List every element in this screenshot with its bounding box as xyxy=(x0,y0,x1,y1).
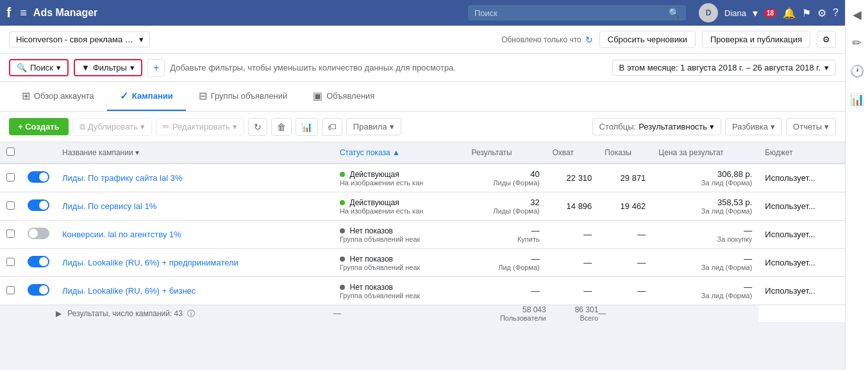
tab-ads[interactable]: ▣ Объявления xyxy=(300,82,387,111)
status-text: Действующая xyxy=(350,170,399,179)
menu-icon[interactable]: ≡ xyxy=(20,6,27,20)
campaign-name[interactable]: Лиды. По трафику сайта lal 3% xyxy=(62,173,183,183)
name-header: Название кампании ▾ xyxy=(56,142,314,164)
campaign-toggle[interactable] xyxy=(28,228,49,239)
delete-icon-btn[interactable]: 🗑 xyxy=(271,118,292,136)
cpr-cell: — За лид (Форма) xyxy=(652,249,758,277)
filter-icon: ▼ xyxy=(81,63,90,72)
expand-icon[interactable]: ▶ xyxy=(56,309,62,318)
edit-sidebar-icon[interactable]: ✏ xyxy=(849,33,864,53)
create-button[interactable]: + Создать xyxy=(9,118,69,135)
tab-campaigns[interactable]: ✓ Кампании xyxy=(107,82,186,111)
row-checkbox-cell[interactable] xyxy=(0,221,21,249)
cpr-cell: 306,88 р. За лид (Форма) xyxy=(652,164,758,192)
campaign-toggle[interactable] xyxy=(28,284,49,296)
reports-button[interactable]: Отчеты ▾ xyxy=(786,118,836,135)
tab-adsets[interactable]: ⊟ Группы объявлений xyxy=(186,82,300,111)
reach-cell: — xyxy=(546,221,599,249)
campaign-name[interactable]: Лиды. По сервису lal 1% xyxy=(62,201,156,211)
budget-cell: Использует... xyxy=(758,192,845,221)
row-checkbox-cell[interactable] xyxy=(0,164,21,192)
refresh-icon[interactable]: ↻ xyxy=(585,35,593,45)
notification-badge[interactable]: 18 xyxy=(764,9,776,17)
row-checkbox[interactable] xyxy=(6,201,15,210)
search-icon[interactable]: 🔍 xyxy=(669,8,680,18)
settings-button[interactable]: ⚙ xyxy=(817,31,836,48)
row-checkbox[interactable] xyxy=(6,173,15,181)
toggle-cell[interactable] xyxy=(21,249,56,277)
row-checkbox[interactable] xyxy=(6,258,15,266)
toggle-cell[interactable] xyxy=(21,277,56,305)
toggle-cell[interactable] xyxy=(21,164,56,192)
search-input[interactable] xyxy=(474,8,665,18)
campaign-name[interactable]: Конверсии. lal по агентству 1% xyxy=(62,230,181,239)
row-checkbox[interactable] xyxy=(6,286,15,294)
status-subtext: Группа объявлений неак xyxy=(340,264,459,271)
account-selector[interactable]: Hiconverson - своя реклама Full... ▾ xyxy=(9,31,150,47)
warn-cell xyxy=(314,277,333,305)
results-value: 40 xyxy=(471,169,539,179)
refresh-icon-btn[interactable]: ↻ xyxy=(248,118,267,136)
account-name: Hiconverson - своя реклама Full... xyxy=(16,35,135,44)
filter-button[interactable]: ▼ Фильтры ▾ xyxy=(74,59,142,76)
campaign-toggle[interactable] xyxy=(28,171,49,183)
chevron-down-icon: ▾ xyxy=(824,122,829,131)
toggle-cell[interactable] xyxy=(21,192,56,221)
impressions-header: Показы xyxy=(598,142,652,164)
sort-icon[interactable]: ▾ xyxy=(135,148,139,157)
budget-header: Бюджет xyxy=(758,142,845,164)
publish-button[interactable]: Проверка и публикация xyxy=(702,31,810,48)
add-filter-button[interactable]: + xyxy=(147,59,165,77)
edit-button[interactable]: ✏ Редактировать ▾ xyxy=(156,118,244,135)
filter-hint: Добавьте фильтры, чтобы уменьшить количе… xyxy=(170,63,606,72)
cpr-header: Цена за результат xyxy=(652,142,758,164)
toggle-cell[interactable] xyxy=(21,221,56,249)
notifications-icon[interactable]: 🔔 xyxy=(783,7,796,19)
help-icon[interactable]: ? xyxy=(833,7,839,19)
collapse-icon[interactable]: ◀ xyxy=(850,5,864,24)
row-checkbox-cell[interactable] xyxy=(0,192,21,221)
impressions-value: 19 462 xyxy=(621,201,646,211)
date-range-selector[interactable]: В этом месяце: 1 августа 2018 г. – 26 ав… xyxy=(612,60,836,76)
chart-sidebar-icon[interactable]: 📊 xyxy=(847,90,867,109)
status-header[interactable]: Статус показа ▲ xyxy=(333,142,465,164)
tabs-bar: ⊞ Обзор аккаунта ✓ Кампании ⊟ Группы объ… xyxy=(0,82,845,112)
budget-cell: Использует... xyxy=(758,249,845,277)
campaigns-table: Название кампании ▾ Статус показа ▲ Резу… xyxy=(0,142,845,322)
row-checkbox[interactable] xyxy=(6,230,15,238)
campaign-name[interactable]: Лиды. Lookalike (RU, 6%) + предпринимате… xyxy=(62,258,238,267)
search-button[interactable]: 🔍 Поиск ▾ xyxy=(9,59,69,76)
reset-drafts-button[interactable]: Сбросить черновики xyxy=(599,31,696,48)
campaign-name[interactable]: Лиды. Lookalike (RU, 6%) + бизнес xyxy=(62,286,196,296)
tab-overview[interactable]: ⊞ Обзор аккаунта xyxy=(9,82,107,111)
chevron-down-icon: ▾ xyxy=(140,122,145,131)
right-sidebar: ◀ ✏ 🕐 📊 xyxy=(845,0,868,322)
toolbar: + Создать ⧉ Дублировать ▾ ✏ Редактироват… xyxy=(0,112,845,142)
impressions-value: — xyxy=(637,286,646,296)
tag-icon-btn[interactable]: 🏷 xyxy=(322,118,342,136)
rules-button[interactable]: Правила ▾ xyxy=(346,118,401,135)
row-checkbox-cell[interactable] xyxy=(0,277,21,305)
breakdown-button[interactable]: Разбивка ▾ xyxy=(725,118,782,135)
chevron-down-icon: ▾ xyxy=(710,122,714,131)
history-icon[interactable]: 🕐 xyxy=(847,62,867,81)
settings-icon[interactable]: ⚙ xyxy=(817,7,826,19)
status-dot xyxy=(340,172,345,177)
chevron-down-icon[interactable]: ▾ xyxy=(753,7,758,19)
budget-value: Использует... xyxy=(765,173,815,183)
user-name[interactable]: Diana xyxy=(724,8,746,18)
columns-selector[interactable]: Столбцы: Результативность ▾ xyxy=(592,118,722,135)
flag-icon[interactable]: ⚑ xyxy=(802,7,811,19)
warn-cell xyxy=(314,192,333,221)
nav-right: D Diana ▾ 18 🔔 ⚑ ⚙ ? xyxy=(699,3,839,22)
campaign-toggle[interactable] xyxy=(28,256,49,267)
select-all-checkbox[interactable] xyxy=(6,147,15,156)
chart-icon-btn[interactable]: 📊 xyxy=(296,118,318,136)
budget-value: Использует... xyxy=(765,201,815,211)
toggle-header xyxy=(21,142,56,164)
select-all-header[interactable] xyxy=(0,142,21,164)
campaign-toggle[interactable] xyxy=(28,199,49,211)
duplicate-button[interactable]: ⧉ Дублировать ▾ xyxy=(72,118,152,136)
avatar: D xyxy=(699,3,718,22)
row-checkbox-cell[interactable] xyxy=(0,249,21,277)
